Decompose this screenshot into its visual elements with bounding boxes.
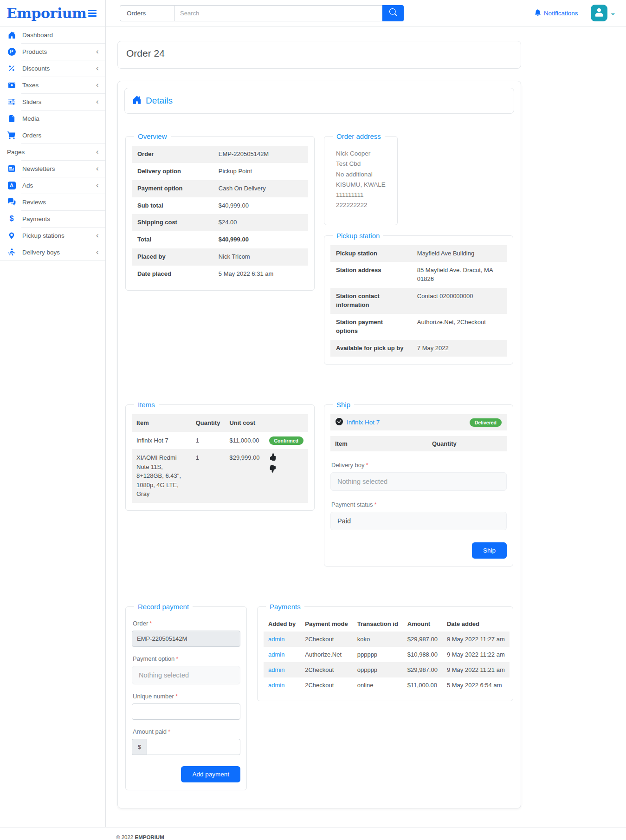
payment-option-select[interactable]: Nothing selected [132, 666, 240, 684]
payment-status-select[interactable]: Paid [330, 512, 507, 530]
row-value: Authorize.Net, 2Checkout [412, 314, 507, 340]
column-header: Unit cost [225, 414, 264, 432]
sidebar-item-delivery-boys[interactable]: Delivery boys ‹ [0, 244, 105, 260]
added-by-link[interactable]: admin [268, 682, 284, 689]
sidebar-item-label: Taxes [22, 82, 39, 89]
sidebar-item-pages[interactable]: Pages ‹ [0, 143, 105, 160]
person-icon [594, 7, 604, 19]
sidebar-item-reviews[interactable]: Reviews [0, 194, 105, 210]
item-name: XIAOMI Redmi Note 11S, 8+128GB, 6.43", 1… [132, 449, 191, 503]
address-line: Test Cbd [336, 159, 386, 169]
sidebar-item-label: Reviews [22, 199, 46, 206]
sidebar-item-pickup-stations[interactable]: Pickup stations ‹ [0, 227, 105, 244]
row-value: Contact 0200000000 [412, 288, 507, 314]
add-payment-button[interactable]: Add payment [181, 766, 240, 782]
ads-icon: A [7, 182, 16, 189]
money-icon [7, 81, 16, 89]
added-by-link[interactable]: admin [268, 636, 284, 643]
address-line: No additional [336, 169, 386, 180]
table-row: admin Authorize.Net pppppp $10,988.00 9 … [264, 647, 510, 662]
ship-legend: Ship [333, 401, 354, 409]
row-label: Station payment options [330, 314, 412, 340]
row-value: 5 May 2022 6:31 am [213, 266, 308, 283]
chevron-left-icon: ‹ [96, 65, 99, 72]
payment-option-label: Payment option* [133, 655, 239, 662]
main-area: Order 24 Details Overview OrderEM [106, 26, 626, 827]
added-by-link[interactable]: admin [268, 651, 284, 658]
footer-brand: EMPORIUM [135, 834, 164, 840]
delivery-boy-select[interactable]: Nothing selected [330, 472, 507, 491]
required-marker: * [374, 501, 377, 508]
search-icon [389, 8, 397, 18]
column-header: Quantity [427, 436, 507, 451]
sidebar-item-media[interactable]: Media [0, 110, 105, 127]
search-scope-box[interactable]: Orders [120, 5, 174, 21]
ship-section: Ship Infinix Hot 7 Delivered Item [324, 401, 513, 567]
order-address-lines: Nick Cooper Test Cbd No additional KISUM… [330, 146, 391, 217]
row-label: Shipping cost [132, 214, 213, 231]
table-header-row: Added by Payment mode Transaction id Amo… [264, 616, 510, 632]
user-menu[interactable]: ⌄ [591, 5, 616, 21]
table-header-row: Item Quantity [330, 436, 507, 451]
row-label: Total [132, 231, 213, 248]
home-icon [132, 95, 142, 106]
amount-paid-field[interactable] [147, 739, 240, 755]
sidebar-item-products[interactable]: P Products ‹ [0, 43, 105, 60]
notifications-button[interactable]: Notifications [535, 9, 578, 17]
thumbs-up-icon[interactable] [269, 453, 277, 461]
column-header: Item [330, 436, 427, 451]
sidebar-item-label: Discounts [22, 65, 50, 72]
item-unit-cost: $29,999.00 [225, 449, 264, 503]
column-header: Amount [403, 616, 442, 632]
sidebar-item-label: Products [22, 48, 47, 55]
sidebar-item-dashboard[interactable]: Dashboard [0, 26, 105, 43]
sidebar-item-ads[interactable]: A Ads ‹ [0, 177, 105, 194]
map-pin-icon [7, 232, 16, 239]
row-value: $24.00 [213, 214, 308, 231]
sidebar-item-label: Payments [22, 215, 50, 222]
sidebar-item-discounts[interactable]: Discounts ‹ [0, 60, 105, 77]
sidebar-item-sliders[interactable]: Sliders ‹ [0, 93, 105, 110]
delivery-boy-label: Delivery boy* [331, 462, 506, 469]
row-label: Payment option [132, 180, 213, 197]
currency-prefix: $ [132, 739, 147, 755]
payment-date: 9 May 2022 11:22 am [442, 647, 510, 662]
row-value: Pickup Point [213, 163, 308, 180]
sidebar-item-newsletters[interactable]: Newsletters ‹ [0, 160, 105, 177]
payment-amount: $29,987.00 [403, 662, 442, 677]
added-by-link[interactable]: admin [268, 666, 284, 673]
sidebar-item-payments[interactable]: $ Payments [0, 210, 105, 227]
search-button[interactable] [382, 5, 404, 21]
overview-legend: Overview [134, 132, 171, 140]
payments-table: Added by Payment mode Transaction id Amo… [264, 616, 510, 693]
pickup-station-legend: Pickup station [333, 232, 383, 240]
sidebar-item-orders[interactable]: Orders [0, 127, 105, 143]
column-header: Item [132, 414, 191, 432]
details-section-title: Details [146, 96, 173, 106]
ship-item-link[interactable]: Infinix Hot 7 [347, 419, 380, 426]
delivery-boy-icon [7, 248, 16, 256]
table-row: Infinix Hot 7 1 $11,000.00 Confirmed [132, 432, 308, 449]
search-input[interactable] [174, 5, 382, 21]
required-marker: * [176, 655, 178, 662]
app-logo[interactable]: Emporium [6, 5, 86, 21]
chevron-left-icon: ‹ [96, 182, 99, 189]
unique-number-field[interactable] [132, 703, 240, 720]
transaction-id: oppppp [353, 662, 403, 677]
sidebar-item-label: Orders [22, 132, 41, 139]
sidebar-item-label: Pickup stations [22, 232, 65, 239]
chevron-left-icon: ‹ [96, 165, 99, 173]
payment-mode: 2Checkout [300, 662, 352, 677]
sidebar-item-taxes[interactable]: Taxes ‹ [0, 77, 105, 93]
table-row: Delivery optionPickup Point [132, 163, 308, 180]
sidebar-item-label: Dashboard [22, 32, 53, 39]
table-row: OrderEMP-220505142M [132, 146, 308, 163]
table-row: Total$40,999.00 [132, 231, 308, 248]
address-line: 222222222 [336, 200, 386, 210]
table-row: Sub total$40,999.00 [132, 197, 308, 215]
thumbs-down-icon[interactable] [269, 465, 277, 473]
menu-icon[interactable] [86, 8, 98, 19]
ship-button[interactable]: Ship [472, 542, 507, 559]
chevron-left-icon: ‹ [96, 81, 99, 89]
column-header: Date added [442, 616, 510, 632]
